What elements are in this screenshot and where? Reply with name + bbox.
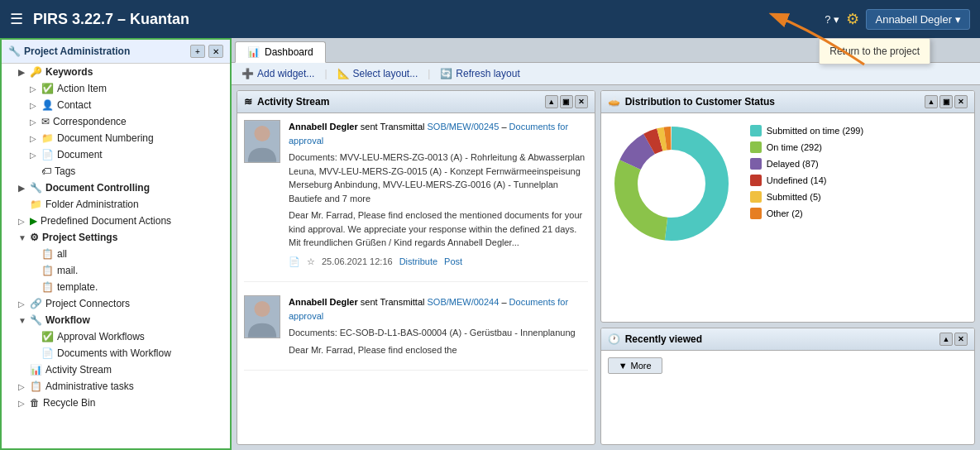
sidebar-item-label: Folder Administration [45,199,139,210]
correspondence-icon: ✉ [41,116,50,127]
sidebar-item-contact[interactable]: ▷ 👤 Contact [2,97,230,113]
panel-minimize-btn[interactable]: ▲ [925,95,938,108]
help-icon: ? [825,13,830,26]
legend-color [750,191,762,203]
app-title: PIRS 3.22.7 – Kuantan [33,11,825,28]
distribute-link[interactable]: Distribute [399,255,437,269]
activity-content: Annabell Degler sent Transmittal SOB/MEW… [289,120,588,268]
sidebar-item-doc-controlling[interactable]: ▶ 🔧 Document Controlling [2,180,230,196]
docs-workflow-icon: 📄 [41,347,54,359]
user-menu[interactable]: Annabell Degler ▾ [866,9,970,30]
panel-min-btn[interactable]: ▲ [939,333,953,346]
star-icon[interactable]: ☆ [307,255,315,269]
sidebar-item-project-connectors[interactable]: ▷ 🔗 Project Connectors [2,295,230,312]
tab-dashboard[interactable]: 📊 Dashboard [235,41,326,63]
sidebar-item-docs-with-workflow[interactable]: 📄 Documents with Workflow [2,345,230,361]
panel-restore-btn[interactable]: ▣ [939,95,953,108]
sidebar-item-label: Workflow [45,314,90,326]
sidebar-item-document-numbering[interactable]: ▷ 📁 Document Numbering [2,130,230,146]
legend-label: Submitted on time (299) [767,126,863,136]
expander-icon: ▷ [18,382,26,391]
sidebar-item-label: Correspondence [53,116,127,127]
transmittal-link1[interactable]: SOB/MEW/00245 [428,122,500,132]
chart-legend: Submitted on time (299) On time (292) De… [750,122,966,314]
activity-sender: Annabell Degler [289,122,358,132]
contact-icon: 👤 [41,99,54,111]
select-layout-button[interactable]: 📐 Select layout... [334,66,422,81]
sidebar-item-activity-stream[interactable]: 📊 Activity Stream [2,361,230,378]
transmittal-link3[interactable]: SOB/MEW/00244 [428,297,500,307]
activity-date: 25.06.2021 12:16 [322,255,393,269]
expander-icon: ▷ [18,299,26,309]
sidebar-item-keywords[interactable]: ▶ 🔑 Keywords [2,64,230,80]
legend-color [750,175,762,186]
panel-close-button[interactable]: ✕ [575,95,588,108]
legend-label: Other (2) [767,208,803,218]
sidebar-item-action-item[interactable]: ▷ ✅ Action Item [2,80,230,97]
panel-title: Recently viewed [625,333,702,345]
toolbar: ➕ Add widget... | 📐 Select layout... | 🔄… [232,63,980,85]
sidebar-item-workflow[interactable]: ▼ 🔧 Workflow [2,312,230,328]
legend-label: Submitted (5) [767,192,821,202]
add-widget-icon: ➕ [241,68,254,79]
template-icon: 📋 [41,281,54,293]
predefined-icon: ▶ [30,215,37,227]
menu-icon[interactable]: ☰ [10,10,23,28]
panel-controls: ▲ ▣ ✕ [925,95,968,108]
distribution-panel: 🥧 Distribution to Customer Status ▲ ▣ ✕ [600,90,975,323]
panel-restore-button[interactable]: ▣ [560,95,573,108]
panel-close-btn[interactable]: ✕ [954,95,968,108]
legend-color [750,158,762,170]
keywords-icon: 🔑 [30,66,42,78]
help-button[interactable]: ? ▾ [825,13,839,26]
legend-label: On time (292) [767,142,822,152]
activity-message1: Dear Mr. Farrad, Please find enclosed th… [289,208,588,250]
sidebar-controls: + ✕ [190,45,223,58]
refresh-layout-button[interactable]: 🔄 Refresh layout [437,66,523,81]
sidebar-item-predefined-doc-actions[interactable]: ▷ ▶ Predefined Document Actions [2,213,230,229]
sidebar-item-all[interactable]: 📋 all [2,246,230,262]
sidebar-item-label: Predefined Document Actions [41,215,171,227]
sidebar-item-approval-workflows[interactable]: ✅ Approval Workflows [2,328,230,345]
sidebar-item-label: Document [57,149,103,160]
panel-title: Activity Stream [257,96,329,108]
sidebar-item-recycle-bin[interactable]: ▷ 🗑 Recycle Bin [2,395,230,411]
sidebar-item-folder-admin[interactable]: 📁 Folder Administration [2,196,230,213]
legend-item: On time (292) [750,141,966,153]
sidebar-item-project-settings[interactable]: ▼ ⚙ Project Settings [2,229,230,246]
expander-icon: ▼ [18,316,26,325]
sidebar-new-button[interactable]: + [190,45,205,58]
recycle-icon: 🗑 [30,397,40,409]
sidebar-item-document[interactable]: ▷ 📄 Document [2,146,230,163]
panel-minimize-button[interactable]: ▲ [545,95,558,108]
sidebar-close-button[interactable]: ✕ [208,45,223,58]
more-button[interactable]: ▼ More [608,357,662,374]
sidebar-item-label: Tags [55,165,75,177]
svg-point-11 [638,151,705,217]
legend-item: Undefined (14) [750,175,966,186]
post-link[interactable]: Post [444,255,462,269]
doc-numbering-icon: 📁 [41,132,54,144]
sidebar-title: 🔧 Project Administration [8,45,130,57]
refresh-icon: 🔄 [440,68,452,79]
legend-item: Submitted (5) [750,191,966,203]
sidebar-item-template[interactable]: 📋 template. [2,279,230,295]
select-layout-icon: 📐 [337,68,350,79]
expander-icon: ▷ [18,217,26,226]
legend-item: Submitted on time (299) [750,125,966,136]
panel-controls: ▲ ✕ [939,333,968,346]
settings-button[interactable]: ⚙ [846,10,859,28]
all-icon: 📋 [41,248,54,260]
doc-ctrl-icon: 🔧 [30,182,42,194]
sidebar-item-tags[interactable]: 🏷 Tags [2,163,230,180]
dashboard: ≋ Activity Stream ▲ ▣ ✕ [232,85,980,450]
sidebar-item-mail[interactable]: 📋 mail. [2,262,230,279]
add-widget-button[interactable]: ➕ Add widget... [238,66,318,81]
sidebar-item-admin-tasks[interactable]: ▷ 📋 Administrative tasks [2,378,230,395]
mail-icon: 📋 [41,265,54,276]
action-item-icon: ✅ [41,83,54,94]
expander-icon: ▷ [30,134,38,143]
panel-cls-btn[interactable]: ✕ [954,333,968,346]
sidebar-item-correspondence[interactable]: ▷ ✉ Correspondence [2,113,230,130]
activity-panel-icon: ≋ [244,96,252,108]
